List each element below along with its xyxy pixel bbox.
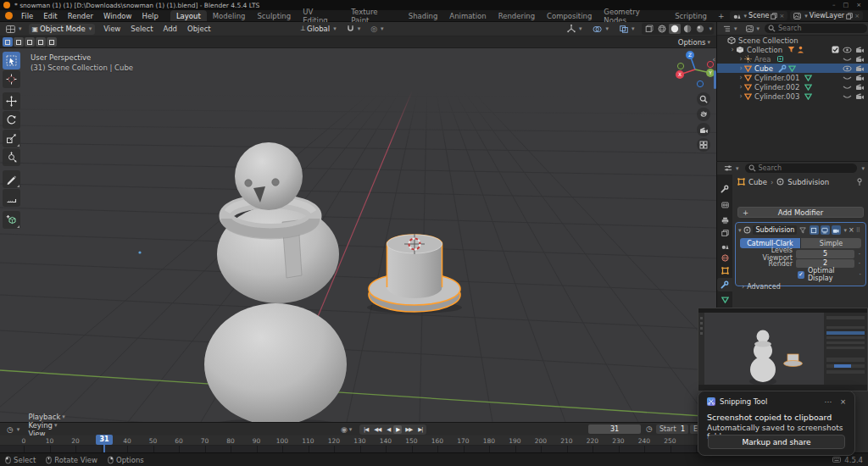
add-workspace-button[interactable]: + <box>713 12 730 20</box>
blender-menu-icon[interactable] <box>5 12 13 19</box>
auto-key-record-button[interactable]: ◉▾ <box>341 425 352 434</box>
workspace-tab-texture-paint[interactable]: Texture Paint <box>345 10 402 21</box>
screenshot-thumbnail[interactable] <box>698 308 868 391</box>
simple-button[interactable]: Simple <box>801 238 861 248</box>
wireframe-sphere-button[interactable] <box>656 24 668 34</box>
solid-shading-button[interactable] <box>669 24 681 34</box>
workspace-tab-scripting[interactable]: Scripting <box>669 10 713 21</box>
select-mode-extend-button[interactable] <box>14 37 24 47</box>
workspace-tab-layout[interactable]: Layout <box>170 10 207 21</box>
animate-dot[interactable]: · <box>859 270 861 279</box>
editor-type-button[interactable]: ▾ <box>3 25 25 34</box>
workspace-tab-modeling[interactable]: Modeling <box>207 10 252 21</box>
sidebar-expand-icon[interactable]: ‹ <box>712 55 715 64</box>
menu-window[interactable]: Window <box>98 12 137 20</box>
play-button[interactable]: ▶ <box>393 425 402 434</box>
tool-move-button[interactable] <box>3 92 20 110</box>
outliner-search-input[interactable] <box>778 25 864 32</box>
workspace-tab-shading[interactable]: Shading <box>403 10 444 21</box>
markup-and-share-button[interactable]: Markup and share <box>708 435 845 449</box>
material-preview-button[interactable] <box>682 24 693 34</box>
outliner-row-cylinder-001[interactable]: ›Cylinder.001 <box>717 73 868 82</box>
jump-start-button[interactable]: |◀ <box>361 425 370 434</box>
timeline-menu-playback[interactable]: Playback▾ <box>23 413 70 421</box>
expand-arrow-icon[interactable]: › <box>737 83 744 91</box>
extras-dropdown-icon[interactable]: ▾ <box>844 227 848 234</box>
tool-select-box-button[interactable] <box>3 52 20 69</box>
workspace-tab-sculpting[interactable]: Sculpting <box>251 10 297 21</box>
tool-transform-button[interactable] <box>3 148 20 166</box>
select-mode-subtract-button[interactable] <box>25 37 35 47</box>
properties-tab-output[interactable] <box>717 214 732 227</box>
properties-tab-object[interactable] <box>717 264 732 277</box>
toggle-projection-button[interactable] <box>697 138 710 152</box>
navigation-gizmo[interactable]: Z Y X <box>676 50 716 92</box>
menu-render[interactable]: Render <box>63 12 98 20</box>
outliner-id-dropdown[interactable]: ▾ <box>743 25 764 33</box>
expand-arrow-icon[interactable]: › <box>737 64 744 72</box>
notification-more-button[interactable]: ⋯ <box>824 397 832 406</box>
camera-icon[interactable] <box>855 55 865 63</box>
tool-annotate-button[interactable] <box>3 170 20 188</box>
outliner-row-scene-collection[interactable]: Scene Collection <box>717 36 868 45</box>
tool-measure-button[interactable] <box>3 189 20 207</box>
snipping-tool-notification[interactable]: Snipping Tool ⋯ × Screenshot copied to c… <box>698 391 855 456</box>
camera-icon[interactable] <box>855 83 865 91</box>
properties-tab-world[interactable] <box>717 251 732 264</box>
workspace-tab-animation[interactable]: Animation <box>443 10 492 21</box>
play-reverse-button[interactable]: ◀ <box>384 425 392 434</box>
realtime-toggle[interactable] <box>821 225 830 235</box>
eye-closed-icon[interactable] <box>843 93 852 100</box>
viewport-menu-object[interactable]: Object <box>182 25 216 33</box>
wireframe-shading-button[interactable] <box>643 24 655 34</box>
tool-add-cube-button[interactable] <box>3 211 20 229</box>
workspace-tab-rendering[interactable]: Rendering <box>492 10 541 21</box>
expand-arrow-icon[interactable]: › <box>737 92 744 100</box>
delete-modifier-icon[interactable]: × <box>849 226 854 234</box>
viewport-menu-select[interactable]: Select <box>125 25 158 33</box>
breadcrumb-object[interactable]: Cube <box>748 178 767 186</box>
menu-edit[interactable]: Edit <box>38 12 62 20</box>
camera-icon[interactable] <box>855 64 865 72</box>
eye-closed-icon[interactable] <box>843 56 852 63</box>
eye-closed-icon[interactable] <box>843 84 852 91</box>
tool-scale-button[interactable] <box>3 130 20 147</box>
view-layer-selector[interactable]: ▾ ViewLayer × <box>790 11 863 20</box>
menu-help[interactable]: Help <box>136 12 163 20</box>
properties-tab-data[interactable] <box>717 293 732 307</box>
select-mode-intersect-button[interactable] <box>47 37 57 47</box>
expand-arrow-icon[interactable]: › <box>737 74 744 81</box>
close-button[interactable]: × <box>856 2 861 8</box>
outliner-row-area[interactable]: ›Area <box>717 54 868 64</box>
advanced-subpanel[interactable]: › Advanced <box>742 283 861 291</box>
xray-toggle[interactable]: ▾ <box>616 25 638 34</box>
select-mode-invert-button[interactable] <box>36 37 46 47</box>
workspace-tab-compositing[interactable]: Compositing <box>541 10 598 21</box>
3d-viewport[interactable]: User Perspective (31) Scene Collection |… <box>0 48 716 422</box>
playhead[interactable]: 31 <box>96 435 113 445</box>
remove-view-layer-icon[interactable]: × <box>854 13 860 19</box>
outliner-row-collection[interactable]: ›Collection <box>717 45 868 54</box>
overlays-dropdown[interactable]: ▾ <box>589 25 612 34</box>
outliner-row-cylinder-002[interactable]: ›Cylinder.002 <box>717 82 868 92</box>
orientation-dropdown[interactable]: ⟂ Global▾ <box>298 24 340 34</box>
notification-close-button[interactable]: × <box>840 397 846 406</box>
camera-view-button[interactable] <box>697 123 710 136</box>
tool-rotate-button[interactable] <box>3 111 20 129</box>
zoom-button[interactable] <box>697 92 710 106</box>
properties-editor-type-button[interactable]: ▾ <box>721 164 743 173</box>
minimize-button[interactable]: – <box>832 2 836 8</box>
properties-tab-render[interactable] <box>717 198 732 212</box>
camera-icon[interactable] <box>855 46 865 53</box>
stopwatch-icon[interactable]: ◷ <box>646 424 653 433</box>
copy-view-layer-icon[interactable] <box>846 13 853 19</box>
properties-search[interactable] <box>745 164 858 173</box>
eye-icon[interactable] <box>843 47 852 53</box>
copy-scene-icon[interactable] <box>771 13 777 19</box>
properties-tab-tool[interactable] <box>717 182 732 196</box>
mode-dropdown[interactable]: ▣ Object Mode▾ <box>29 24 96 35</box>
eye-closed-icon[interactable] <box>843 75 852 81</box>
expand-arrow-icon[interactable]: › <box>729 46 736 53</box>
properties-tab-modifiers[interactable] <box>717 278 732 291</box>
properties-search-input[interactable] <box>759 164 854 172</box>
